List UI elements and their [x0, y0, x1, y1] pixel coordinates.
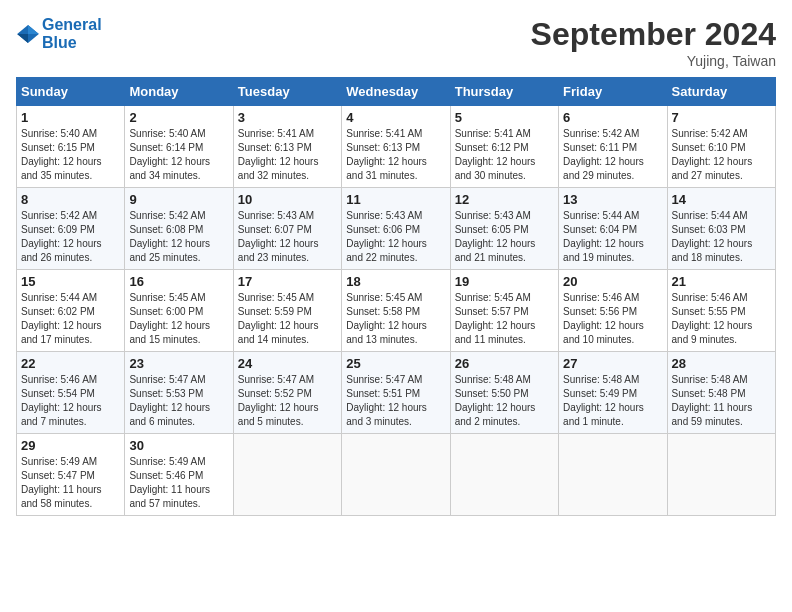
day-info: Sunrise: 5:46 AM Sunset: 5:56 PM Dayligh…: [563, 291, 662, 347]
day-number: 18: [346, 274, 445, 289]
day-number: 13: [563, 192, 662, 207]
day-cell-12: 12 Sunrise: 5:43 AM Sunset: 6:05 PM Dayl…: [450, 188, 558, 270]
day-number: 15: [21, 274, 120, 289]
day-number: 8: [21, 192, 120, 207]
header-friday: Friday: [559, 78, 667, 106]
day-number: 25: [346, 356, 445, 371]
day-cell-4: 4 Sunrise: 5:41 AM Sunset: 6:13 PM Dayli…: [342, 106, 450, 188]
day-info: Sunrise: 5:46 AM Sunset: 5:55 PM Dayligh…: [672, 291, 771, 347]
day-number: 24: [238, 356, 337, 371]
day-info: Sunrise: 5:44 AM Sunset: 6:04 PM Dayligh…: [563, 209, 662, 265]
header-monday: Monday: [125, 78, 233, 106]
day-number: 27: [563, 356, 662, 371]
day-number: 21: [672, 274, 771, 289]
day-info: Sunrise: 5:43 AM Sunset: 6:06 PM Dayligh…: [346, 209, 445, 265]
header-saturday: Saturday: [667, 78, 775, 106]
day-cell-18: 18 Sunrise: 5:45 AM Sunset: 5:58 PM Dayl…: [342, 270, 450, 352]
day-number: 2: [129, 110, 228, 125]
day-number: 5: [455, 110, 554, 125]
day-cell-22: 22 Sunrise: 5:46 AM Sunset: 5:54 PM Dayl…: [17, 352, 125, 434]
day-number: 17: [238, 274, 337, 289]
day-info: Sunrise: 5:47 AM Sunset: 5:52 PM Dayligh…: [238, 373, 337, 429]
day-cell-16: 16 Sunrise: 5:45 AM Sunset: 6:00 PM Dayl…: [125, 270, 233, 352]
day-info: Sunrise: 5:47 AM Sunset: 5:53 PM Dayligh…: [129, 373, 228, 429]
day-info: Sunrise: 5:42 AM Sunset: 6:09 PM Dayligh…: [21, 209, 120, 265]
page-header: General Blue September 2024 Yujing, Taiw…: [16, 16, 776, 69]
day-number: 9: [129, 192, 228, 207]
day-number: 26: [455, 356, 554, 371]
day-cell-29: 29 Sunrise: 5:49 AM Sunset: 5:47 PM Dayl…: [17, 434, 125, 516]
day-cell-25: 25 Sunrise: 5:47 AM Sunset: 5:51 PM Dayl…: [342, 352, 450, 434]
day-cell-8: 8 Sunrise: 5:42 AM Sunset: 6:09 PM Dayli…: [17, 188, 125, 270]
day-info: Sunrise: 5:42 AM Sunset: 6:11 PM Dayligh…: [563, 127, 662, 183]
day-number: 3: [238, 110, 337, 125]
day-cell-5: 5 Sunrise: 5:41 AM Sunset: 6:12 PM Dayli…: [450, 106, 558, 188]
logo-icon: [16, 22, 40, 46]
day-info: Sunrise: 5:40 AM Sunset: 6:14 PM Dayligh…: [129, 127, 228, 183]
logo-line1: General: [42, 16, 102, 33]
day-info: Sunrise: 5:41 AM Sunset: 6:13 PM Dayligh…: [238, 127, 337, 183]
day-cell-10: 10 Sunrise: 5:43 AM Sunset: 6:07 PM Dayl…: [233, 188, 341, 270]
day-number: 14: [672, 192, 771, 207]
calendar-week-1: 1 Sunrise: 5:40 AM Sunset: 6:15 PM Dayli…: [17, 106, 776, 188]
header-sunday: Sunday: [17, 78, 125, 106]
day-cell-7: 7 Sunrise: 5:42 AM Sunset: 6:10 PM Dayli…: [667, 106, 775, 188]
day-number: 28: [672, 356, 771, 371]
empty-cell: [559, 434, 667, 516]
day-number: 29: [21, 438, 120, 453]
day-info: Sunrise: 5:49 AM Sunset: 5:46 PM Dayligh…: [129, 455, 228, 511]
day-number: 16: [129, 274, 228, 289]
logo-line2: Blue: [42, 34, 77, 51]
day-number: 1: [21, 110, 120, 125]
day-number: 23: [129, 356, 228, 371]
day-info: Sunrise: 5:43 AM Sunset: 6:07 PM Dayligh…: [238, 209, 337, 265]
day-number: 22: [21, 356, 120, 371]
day-info: Sunrise: 5:44 AM Sunset: 6:03 PM Dayligh…: [672, 209, 771, 265]
title-block: September 2024 Yujing, Taiwan: [531, 16, 776, 69]
svg-marker-2: [17, 34, 28, 43]
calendar-week-4: 22 Sunrise: 5:46 AM Sunset: 5:54 PM Dayl…: [17, 352, 776, 434]
day-cell-21: 21 Sunrise: 5:46 AM Sunset: 5:55 PM Dayl…: [667, 270, 775, 352]
empty-cell: [342, 434, 450, 516]
day-number: 4: [346, 110, 445, 125]
empty-cell: [667, 434, 775, 516]
header-wednesday: Wednesday: [342, 78, 450, 106]
calendar-week-5: 29 Sunrise: 5:49 AM Sunset: 5:47 PM Dayl…: [17, 434, 776, 516]
day-number: 20: [563, 274, 662, 289]
day-number: 10: [238, 192, 337, 207]
day-number: 11: [346, 192, 445, 207]
location: Yujing, Taiwan: [531, 53, 776, 69]
day-cell-6: 6 Sunrise: 5:42 AM Sunset: 6:11 PM Dayli…: [559, 106, 667, 188]
day-cell-9: 9 Sunrise: 5:42 AM Sunset: 6:08 PM Dayli…: [125, 188, 233, 270]
day-info: Sunrise: 5:45 AM Sunset: 5:58 PM Dayligh…: [346, 291, 445, 347]
day-cell-3: 3 Sunrise: 5:41 AM Sunset: 6:13 PM Dayli…: [233, 106, 341, 188]
day-info: Sunrise: 5:42 AM Sunset: 6:10 PM Dayligh…: [672, 127, 771, 183]
day-info: Sunrise: 5:48 AM Sunset: 5:48 PM Dayligh…: [672, 373, 771, 429]
day-number: 6: [563, 110, 662, 125]
day-cell-26: 26 Sunrise: 5:48 AM Sunset: 5:50 PM Dayl…: [450, 352, 558, 434]
day-info: Sunrise: 5:41 AM Sunset: 6:13 PM Dayligh…: [346, 127, 445, 183]
calendar-header-row: SundayMondayTuesdayWednesdayThursdayFrid…: [17, 78, 776, 106]
day-number: 7: [672, 110, 771, 125]
day-cell-19: 19 Sunrise: 5:45 AM Sunset: 5:57 PM Dayl…: [450, 270, 558, 352]
calendar-week-2: 8 Sunrise: 5:42 AM Sunset: 6:09 PM Dayli…: [17, 188, 776, 270]
day-info: Sunrise: 5:40 AM Sunset: 6:15 PM Dayligh…: [21, 127, 120, 183]
calendar-week-3: 15 Sunrise: 5:44 AM Sunset: 6:02 PM Dayl…: [17, 270, 776, 352]
day-cell-28: 28 Sunrise: 5:48 AM Sunset: 5:48 PM Dayl…: [667, 352, 775, 434]
day-number: 19: [455, 274, 554, 289]
day-info: Sunrise: 5:48 AM Sunset: 5:49 PM Dayligh…: [563, 373, 662, 429]
day-cell-14: 14 Sunrise: 5:44 AM Sunset: 6:03 PM Dayl…: [667, 188, 775, 270]
day-cell-13: 13 Sunrise: 5:44 AM Sunset: 6:04 PM Dayl…: [559, 188, 667, 270]
day-cell-20: 20 Sunrise: 5:46 AM Sunset: 5:56 PM Dayl…: [559, 270, 667, 352]
day-cell-15: 15 Sunrise: 5:44 AM Sunset: 6:02 PM Dayl…: [17, 270, 125, 352]
day-info: Sunrise: 5:48 AM Sunset: 5:50 PM Dayligh…: [455, 373, 554, 429]
day-info: Sunrise: 5:41 AM Sunset: 6:12 PM Dayligh…: [455, 127, 554, 183]
day-info: Sunrise: 5:47 AM Sunset: 5:51 PM Dayligh…: [346, 373, 445, 429]
day-info: Sunrise: 5:45 AM Sunset: 5:57 PM Dayligh…: [455, 291, 554, 347]
day-cell-2: 2 Sunrise: 5:40 AM Sunset: 6:14 PM Dayli…: [125, 106, 233, 188]
day-cell-24: 24 Sunrise: 5:47 AM Sunset: 5:52 PM Dayl…: [233, 352, 341, 434]
day-cell-30: 30 Sunrise: 5:49 AM Sunset: 5:46 PM Dayl…: [125, 434, 233, 516]
day-cell-17: 17 Sunrise: 5:45 AM Sunset: 5:59 PM Dayl…: [233, 270, 341, 352]
day-info: Sunrise: 5:45 AM Sunset: 5:59 PM Dayligh…: [238, 291, 337, 347]
calendar-table: SundayMondayTuesdayWednesdayThursdayFrid…: [16, 77, 776, 516]
